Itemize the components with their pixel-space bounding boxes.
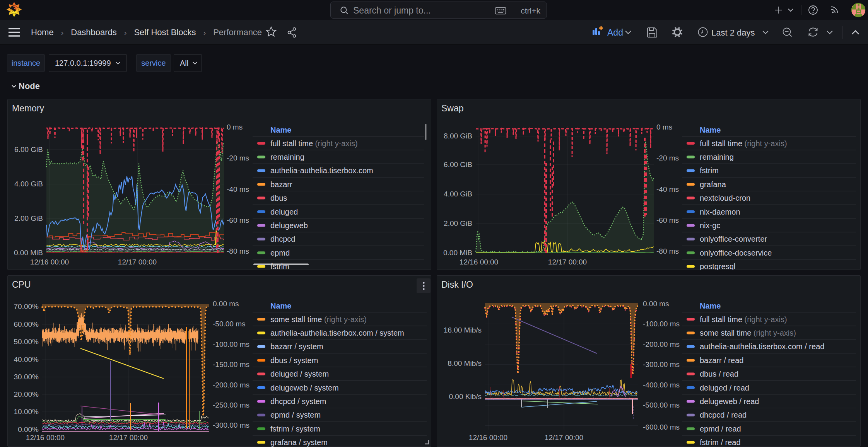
svg-text:nix-daemon: nix-daemon: [700, 208, 740, 216]
svg-text:fstrim / system: fstrim / system: [270, 425, 320, 433]
svg-text:some stall time (right y-axis): some stall time (right y-axis): [700, 329, 796, 337]
svg-text:-150.00 ms: -150.00 ms: [213, 360, 249, 369]
svg-text:12/16 00:00: 12/16 00:00: [469, 433, 507, 442]
svg-text:-50.00 ms: -50.00 ms: [213, 320, 245, 328]
svg-text:0.00 Kib/s: 0.00 Kib/s: [449, 392, 482, 401]
svg-text:epmd / read: epmd / read: [700, 425, 741, 433]
svg-text:-300.00 ms: -300.00 ms: [643, 360, 680, 369]
svg-text:dhcpcd: dhcpcd: [270, 235, 296, 243]
svg-text:10.00%: 10.00%: [14, 408, 39, 416]
svg-text:60.00%: 60.00%: [14, 320, 39, 328]
svg-text:4.00 GiB: 4.00 GiB: [444, 190, 472, 198]
svg-text:-80 ms: -80 ms: [656, 247, 679, 255]
svg-text:0 ms: 0 ms: [656, 123, 672, 131]
svg-text:some stall time (right y-axis): some stall time (right y-axis): [270, 315, 367, 324]
svg-text:0.00 MiB: 0.00 MiB: [14, 249, 43, 257]
svg-text:deluged: deluged: [270, 208, 298, 216]
svg-text:8.00 Mib/s: 8.00 Mib/s: [448, 359, 482, 367]
svg-text:12/17 00:00: 12/17 00:00: [118, 258, 157, 266]
svg-text:-80 ms: -80 ms: [227, 247, 249, 255]
svg-text:delugeweb: delugeweb: [270, 221, 308, 230]
svg-text:grafana: grafana: [700, 180, 726, 189]
svg-text:nix-gc: nix-gc: [700, 221, 720, 230]
svg-text:epmd: epmd: [270, 249, 290, 257]
svg-text:-100.00 ms: -100.00 ms: [643, 320, 680, 328]
svg-text:epmd / system: epmd / system: [270, 411, 321, 419]
svg-text:-60 ms: -60 ms: [227, 216, 249, 224]
svg-text:-40 ms: -40 ms: [227, 185, 249, 193]
svg-text:onlyoffice-converter: onlyoffice-converter: [700, 235, 767, 243]
svg-text:dbus / system: dbus / system: [270, 356, 318, 365]
svg-text:12/17 00:00: 12/17 00:00: [109, 433, 148, 442]
svg-text:-400.00 ms: -400.00 ms: [643, 381, 680, 389]
svg-text:dhcpcd / system: dhcpcd / system: [270, 397, 326, 406]
svg-text:bazarr / system: bazarr / system: [270, 342, 323, 351]
svg-text:full stall time (right y-axis): full stall time (right y-axis): [700, 139, 787, 148]
svg-text:fstrim: fstrim: [700, 166, 719, 175]
svg-text:4.00 GiB: 4.00 GiB: [14, 180, 43, 188]
svg-text:6.00 GiB: 6.00 GiB: [444, 160, 472, 169]
svg-text:-500.00 ms: -500.00 ms: [643, 401, 680, 409]
svg-text:Name: Name: [700, 302, 721, 310]
svg-text:12/17 00:00: 12/17 00:00: [545, 433, 583, 442]
svg-text:2.00 GiB: 2.00 GiB: [14, 214, 43, 222]
svg-text:50.00%: 50.00%: [14, 338, 39, 346]
svg-text:deluged / system: deluged / system: [270, 370, 329, 378]
svg-text:0.00 MiB: 0.00 MiB: [443, 249, 472, 257]
svg-text:6.00 GiB: 6.00 GiB: [14, 145, 43, 154]
svg-text:Name: Name: [700, 126, 721, 134]
svg-text:-100.00 ms: -100.00 ms: [213, 340, 249, 348]
svg-text:30.00%: 30.00%: [14, 373, 39, 381]
svg-text:deluged / read: deluged / read: [700, 384, 749, 392]
svg-text:full stall time (right y-axis): full stall time (right y-axis): [700, 315, 787, 324]
svg-text:dhcpcd / read: dhcpcd / read: [700, 411, 747, 419]
svg-text:Name: Name: [270, 126, 291, 134]
svg-text:authelia-authelia.tiserbox.com: authelia-authelia.tiserbox.com / read: [700, 342, 824, 351]
svg-text:grafana / system: grafana / system: [270, 438, 328, 447]
svg-text:-20 ms: -20 ms: [656, 154, 679, 162]
svg-text:remaining: remaining: [270, 153, 304, 161]
svg-text:2.00 GiB: 2.00 GiB: [444, 219, 472, 227]
svg-text:remaining: remaining: [700, 153, 734, 161]
svg-text:12/16 00:00: 12/16 00:00: [26, 433, 65, 442]
svg-text:Name: Name: [270, 302, 291, 310]
svg-text:bazarr / read: bazarr / read: [700, 356, 743, 365]
svg-text:0.00%: 0.00%: [18, 425, 39, 433]
svg-text:40.00%: 40.00%: [14, 355, 39, 363]
svg-text:delugeweb / read: delugeweb / read: [700, 397, 759, 406]
svg-text:-40 ms: -40 ms: [656, 185, 679, 193]
svg-text:nextcloud-cron: nextcloud-cron: [700, 194, 750, 202]
svg-text:dbus / read: dbus / read: [700, 370, 738, 378]
svg-text:-250.00 ms: -250.00 ms: [213, 401, 249, 409]
svg-text:postgresql: postgresql: [700, 262, 735, 270]
svg-text:0 ms: 0 ms: [227, 123, 243, 131]
svg-text:dbus: dbus: [270, 194, 287, 202]
svg-text:12/17 00:00: 12/17 00:00: [548, 258, 587, 266]
svg-text:fstrim: fstrim: [270, 262, 289, 270]
svg-text:authelia-authelia.tiserbox.com: authelia-authelia.tiserbox.com: [270, 166, 373, 175]
svg-text:-200.00 ms: -200.00 ms: [213, 381, 249, 389]
svg-text:8.00 GiB: 8.00 GiB: [444, 132, 472, 140]
svg-text:fstrim / read: fstrim / read: [700, 438, 741, 447]
svg-text:16.00 Mib/s: 16.00 Mib/s: [444, 326, 482, 334]
svg-text:-60 ms: -60 ms: [656, 216, 679, 224]
svg-text:-200.00 ms: -200.00 ms: [643, 340, 680, 348]
svg-text:12/16 00:00: 12/16 00:00: [460, 258, 498, 266]
svg-text:Add: Add: [607, 27, 623, 38]
svg-text:delugeweb / system: delugeweb / system: [270, 384, 339, 392]
svg-text:12/16 00:00: 12/16 00:00: [30, 258, 69, 266]
svg-text:full stall time (right y-axis): full stall time (right y-axis): [270, 139, 358, 148]
svg-text:-300.00 ms: -300.00 ms: [213, 421, 249, 429]
svg-text:authelia-authelia.tiserbox.com: authelia-authelia.tiserbox.com / system: [270, 329, 404, 337]
svg-text:-600.00 ms: -600.00 ms: [643, 423, 680, 431]
svg-text:bazarr: bazarr: [270, 180, 292, 189]
svg-text:0.00 ms: 0.00 ms: [643, 300, 669, 308]
svg-text:20.00%: 20.00%: [14, 390, 39, 398]
svg-text:0.00 ms: 0.00 ms: [213, 300, 239, 308]
svg-text:Last 2 days: Last 2 days: [711, 28, 755, 38]
svg-text:70.00%: 70.00%: [14, 302, 39, 311]
svg-text:onlyoffice-docservice: onlyoffice-docservice: [700, 249, 772, 257]
svg-text:-20 ms: -20 ms: [227, 154, 249, 162]
